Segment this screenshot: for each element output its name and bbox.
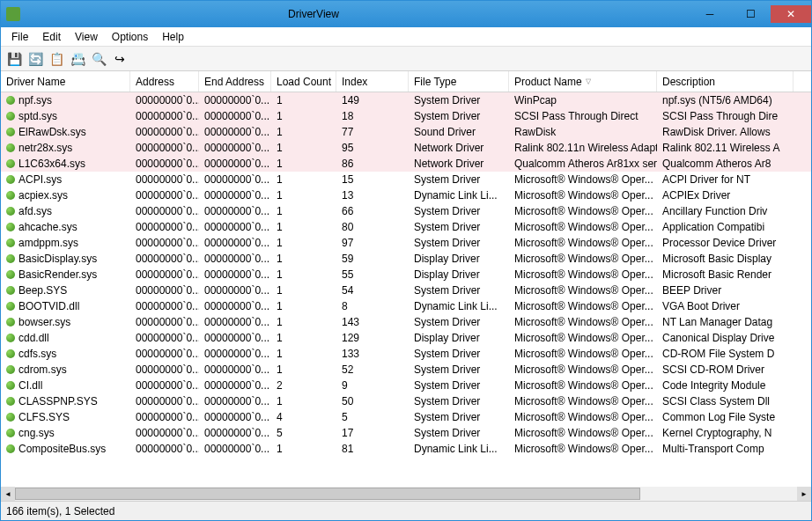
table-row[interactable]: cng.sys00000000`0...00000000`0...517Syst… [1, 425, 811, 441]
cell-load: 1 [271, 125, 336, 139]
table-row[interactable]: BasicDisplay.sys00000000`0...00000000`0.… [1, 251, 811, 267]
cell-endaddr: 00000000`0... [199, 141, 271, 155]
driver-status-icon [6, 128, 15, 136]
table-header: Driver NameAddressEnd AddressLoad CountI… [1, 71, 811, 92]
table-row[interactable]: ACPI.sys00000000`0...00000000`0...115Sys… [1, 172, 811, 187]
table-row[interactable]: BOOTVID.dll00000000`0...00000000`0...18D… [1, 298, 811, 314]
column-header-index[interactable]: Index [336, 71, 409, 92]
statusbar: 166 item(s), 1 Selected [1, 501, 811, 520]
table-row[interactable]: npf.sys00000000`0...00000000`0...1149Sys… [1, 92, 811, 108]
table-row[interactable]: ElRawDsk.sys00000000`0...00000000`0...17… [1, 124, 811, 140]
column-header-filetype[interactable]: File Type [409, 71, 509, 92]
cell-name: BasicRender.sys [1, 268, 130, 282]
cell-name: cdrom.sys [1, 363, 130, 377]
cell-load: 1 [271, 220, 336, 234]
cell-addr: 00000000`0... [130, 220, 199, 234]
column-header-name[interactable]: Driver Name [1, 71, 130, 92]
cell-filetype: System Driver [409, 363, 509, 377]
cell-desc: npf.sys (NT5/6 AMD64) [657, 93, 794, 107]
cell-desc: ACPIEx Driver [657, 188, 794, 202]
cell-addr: 00000000`0... [130, 299, 199, 313]
cell-name: CLASSPNP.SYS [1, 394, 130, 408]
cell-endaddr: 00000000`0... [199, 93, 271, 107]
table-row[interactable]: acpiex.sys00000000`0...00000000`0...113D… [1, 187, 811, 203]
save-icon[interactable]: 💾 [4, 49, 24, 69]
cell-index: 50 [336, 394, 409, 408]
cell-name: ACPI.sys [1, 172, 130, 187]
column-header-product[interactable]: Product Name▽ [509, 71, 657, 92]
cell-filetype: System Driver [409, 172, 509, 187]
cell-filetype: Dynamic Link Li... [409, 299, 509, 313]
cell-endaddr: 00000000`0... [199, 410, 271, 424]
cell-addr: 00000000`0... [130, 125, 199, 139]
menubar: FileEditViewOptionsHelp [1, 27, 811, 47]
driver-status-icon [6, 112, 15, 121]
cell-product: Microsoft® Windows® Oper... [509, 363, 657, 377]
close-button[interactable]: ✕ [771, 5, 811, 23]
table-row[interactable]: L1C63x64.sys00000000`0...00000000`0...18… [1, 156, 811, 172]
table-row[interactable]: CLASSPNP.SYS00000000`0...00000000`0...15… [1, 393, 811, 409]
driver-status-icon [6, 191, 15, 200]
cell-desc: Ralink 802.11 Wireless A [657, 141, 794, 155]
copy-icon[interactable]: 📋 [47, 49, 66, 69]
scroll-left-button[interactable]: ◄ [1, 487, 15, 501]
table-row[interactable]: amdppm.sys00000000`0...00000000`0...197S… [1, 235, 811, 251]
table-row[interactable]: bowser.sys00000000`0...00000000`0...1143… [1, 314, 811, 330]
cell-product: Microsoft® Windows® Oper... [509, 378, 657, 393]
menu-view[interactable]: View [68, 29, 105, 45]
column-header-addr[interactable]: Address [130, 71, 199, 92]
menu-file[interactable]: File [4, 29, 35, 45]
table-row[interactable]: BasicRender.sys00000000`0...00000000`0..… [1, 267, 811, 283]
driver-status-icon [6, 365, 15, 374]
menu-edit[interactable]: Edit [35, 29, 68, 45]
menu-help[interactable]: Help [155, 29, 191, 45]
properties-icon[interactable]: 📇 [68, 49, 87, 69]
find-icon[interactable]: 🔍 [89, 49, 108, 69]
cell-addr: 00000000`0... [130, 236, 199, 250]
cell-addr: 00000000`0... [130, 378, 199, 393]
cell-filetype: System Driver [409, 315, 509, 329]
cell-name: L1C63x64.sys [1, 157, 130, 171]
table-row[interactable]: CLFS.SYS00000000`0...00000000`0...45Syst… [1, 409, 811, 425]
cell-endaddr: 00000000`0... [199, 378, 271, 393]
scroll-right-button[interactable]: ► [797, 487, 811, 501]
cell-addr: 00000000`0... [130, 315, 199, 329]
column-header-endaddr[interactable]: End Address [199, 71, 271, 92]
menu-options[interactable]: Options [105, 29, 155, 45]
cell-desc: Ancillary Function Driv [657, 204, 794, 218]
driver-status-icon [6, 444, 15, 453]
horizontal-scrollbar[interactable]: ◄ ► [1, 487, 811, 501]
cell-filetype: Dynamic Link Li... [409, 188, 509, 202]
refresh-icon[interactable]: 🔄 [26, 49, 45, 69]
table-row[interactable]: cdfs.sys00000000`0...00000000`0...1133Sy… [1, 346, 811, 362]
table-row[interactable]: CI.dll00000000`0...00000000`0...29System… [1, 378, 811, 393]
column-header-desc[interactable]: Description [657, 71, 794, 92]
table-row[interactable]: ahcache.sys00000000`0...00000000`0...180… [1, 219, 811, 235]
table-row[interactable]: afd.sys00000000`0...00000000`0...166Syst… [1, 203, 811, 219]
maximize-button[interactable]: ☐ [730, 5, 771, 23]
cell-name: afd.sys [1, 204, 130, 218]
exit-icon[interactable]: ↪ [110, 49, 129, 69]
cell-desc: Microsoft Basic Display [657, 252, 794, 266]
table-row[interactable]: CompositeBus.sys00000000`0...00000000`0.… [1, 441, 811, 457]
table-body[interactable]: npf.sys00000000`0...00000000`0...1149Sys… [1, 92, 811, 487]
table-row[interactable]: cdrom.sys00000000`0...00000000`0...152Sy… [1, 362, 811, 378]
cell-desc: NT Lan Manager Datag [657, 315, 794, 329]
cell-desc: Common Log File Syste [657, 410, 794, 424]
cell-filetype: System Driver [409, 426, 509, 440]
column-header-load[interactable]: Load Count [271, 71, 336, 92]
table-row[interactable]: sptd.sys00000000`0...00000000`0...118Sys… [1, 108, 811, 124]
cell-product: RawDisk [509, 125, 657, 139]
table-row[interactable]: cdd.dll00000000`0...00000000`0...1129Dis… [1, 330, 811, 346]
table-row[interactable]: netr28x.sys00000000`0...00000000`0...195… [1, 140, 811, 156]
cell-endaddr: 00000000`0... [199, 204, 271, 218]
scroll-thumb[interactable] [15, 488, 640, 500]
cell-endaddr: 00000000`0... [199, 252, 271, 266]
scroll-track[interactable] [15, 487, 797, 501]
cell-filetype: System Driver [409, 109, 509, 123]
cell-filetype: System Driver [409, 410, 509, 424]
table-row[interactable]: Beep.SYS00000000`0...00000000`0...154Sys… [1, 283, 811, 298]
cell-desc: Kernel Cryptography, N [657, 426, 794, 440]
minimize-button[interactable]: ─ [690, 5, 730, 23]
driver-status-icon [6, 159, 15, 168]
